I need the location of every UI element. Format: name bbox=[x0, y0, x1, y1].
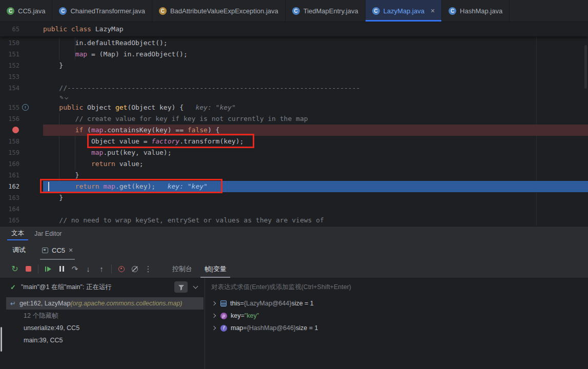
overrides-method-icon[interactable]: ↑ bbox=[22, 104, 29, 111]
code-line-164[interactable]: 164 bbox=[0, 203, 588, 215]
editor-scrollbar-thumb[interactable] bbox=[584, 45, 587, 89]
code-line-160[interactable]: 160 return value; bbox=[0, 158, 588, 170]
code-line-159[interactable]: 159 map.put(key, value); bbox=[0, 147, 588, 158]
frame-row-current[interactable]: ↵ get:162, LazyMap (org.apache.commons.c… bbox=[6, 297, 204, 310]
tab-lazymap-active[interactable]: C LazyMap.java × bbox=[366, 0, 442, 22]
code-segment: get bbox=[115, 104, 127, 111]
frame-row-unserialize[interactable]: unserialize:49, CC5 bbox=[6, 322, 204, 334]
frame-row-main[interactable]: main:39, CC5 bbox=[6, 334, 204, 346]
code-segment: key: "key" bbox=[188, 104, 236, 111]
line-number: 153 bbox=[0, 71, 19, 83]
evaluate-expression-input[interactable]: 对表达式求值(Enter)或添加监视(Ctrl+Shift+Enter) bbox=[205, 278, 588, 296]
step-into-icon[interactable]: ↓ bbox=[82, 260, 95, 278]
chevron-right-icon[interactable] bbox=[212, 326, 216, 330]
code-segment: (Object key) { bbox=[127, 104, 187, 111]
code-line-150[interactable]: 150 in.defaultReadObject(); bbox=[0, 37, 588, 49]
debug-panel-title: 调试 bbox=[0, 240, 26, 260]
gutter[interactable]: 152 bbox=[0, 60, 43, 71]
filter-frames-button[interactable] bbox=[174, 281, 188, 293]
thread-status-text: "main"@1 在组"main": 正在运行 bbox=[21, 283, 174, 292]
thread-selector[interactable]: ✓ "main"@1 在组"main": 正在运行 bbox=[0, 278, 205, 296]
tab-console[interactable]: 控制台 bbox=[166, 260, 198, 278]
gutter[interactable]: 151 bbox=[0, 49, 43, 60]
code-line-156[interactable]: 156 // create value for key if key is no… bbox=[0, 113, 588, 125]
gutter[interactable]: 161 bbox=[0, 170, 43, 181]
step-over-icon[interactable]: ↷ bbox=[68, 260, 82, 278]
code-segment: ) { bbox=[208, 126, 219, 134]
chevron-right-icon[interactable] bbox=[212, 314, 216, 318]
code-segment: .put(key, value); bbox=[103, 149, 171, 156]
code-line-154[interactable]: 154 //----------------------------------… bbox=[0, 83, 588, 94]
code-editor[interactable]: 150 in.defaultReadObject();151 map = (Ma… bbox=[0, 22, 588, 226]
code-line-163[interactable]: 163 } bbox=[0, 192, 588, 203]
chevron-right-icon[interactable] bbox=[212, 301, 216, 305]
code-segment: // no need to wrap keySet, entrySet or v… bbox=[43, 216, 324, 224]
pause-icon[interactable] bbox=[55, 260, 68, 278]
gutter[interactable]: 164 bbox=[0, 203, 43, 215]
variables-pane: 对表达式求值(Enter)或添加监视(Ctrl+Shift+Enter) thi… bbox=[205, 278, 588, 369]
variable-row-key[interactable]: p key = "key" bbox=[205, 310, 588, 322]
chevron-down-icon[interactable] bbox=[193, 284, 198, 289]
view-breakpoints-icon[interactable] bbox=[115, 260, 128, 278]
code-segment: false bbox=[188, 126, 208, 134]
gutter[interactable]: 165 bbox=[0, 215, 43, 226]
frame-location: main:39, CC5 bbox=[10, 337, 63, 344]
gutter[interactable]: 150 bbox=[0, 37, 43, 49]
sticky-header-line[interactable]: 65 public class LazyMap bbox=[0, 22, 588, 36]
resume-icon[interactable] bbox=[42, 260, 55, 278]
variable-row-this[interactable]: this = {LazyMap@644} size = 1 bbox=[205, 297, 588, 310]
stop-icon[interactable] bbox=[22, 260, 35, 278]
tab-badattributevalueexpexception[interactable]: C BadAttributeValueExpException.java bbox=[152, 0, 286, 22]
frames-pane: ✓ "main"@1 在组"main": 正在运行 ↵ get:162, Laz… bbox=[0, 278, 205, 369]
variable-row-map[interactable]: f map = {HashMap@646} size = 1 bbox=[205, 322, 588, 334]
tab-jar-editor[interactable]: Jar Editor bbox=[29, 227, 67, 240]
tab-chainedtransformer[interactable]: C ChainedTransformer.java bbox=[52, 0, 152, 22]
frame-location: get:162, LazyMap bbox=[19, 300, 70, 307]
frames-list: ↵ get:162, LazyMap (org.apache.commons.c… bbox=[0, 297, 205, 346]
tab-cc5[interactable]: C CC5.java bbox=[0, 0, 52, 22]
annotation-box-return-line bbox=[40, 179, 222, 193]
gutter[interactable]: 159 bbox=[0, 147, 43, 158]
tab-tiedmapentry[interactable]: C TiedMapEntry.java bbox=[286, 0, 366, 22]
class-icon: C bbox=[159, 7, 167, 15]
gutter[interactable]: 160 bbox=[0, 158, 43, 170]
step-out-icon[interactable]: ↑ bbox=[95, 260, 108, 278]
gutter[interactable]: 155↑ bbox=[0, 102, 43, 113]
gutter[interactable]: 153 bbox=[0, 71, 43, 83]
left-scrollbar-thumb[interactable] bbox=[1, 327, 2, 352]
gutter[interactable]: 158 bbox=[0, 136, 43, 147]
inline-hint-widget[interactable]: ✎ bbox=[59, 95, 68, 100]
close-icon[interactable]: × bbox=[431, 7, 435, 14]
gutter[interactable]: 162 bbox=[0, 181, 43, 192]
tab-label: ChainedTransformer.java bbox=[70, 7, 145, 15]
code-segment: = (Map) in.readObject(); bbox=[87, 50, 188, 58]
gutter[interactable]: 154 bbox=[0, 83, 43, 94]
frame-row-hidden-frames[interactable]: 12 个隐藏帧 bbox=[6, 310, 204, 322]
tab-text-view[interactable]: 文本 bbox=[6, 227, 29, 240]
code-segment bbox=[43, 149, 91, 156]
code-line-152[interactable]: 152 } bbox=[0, 60, 588, 71]
breakpoint-icon[interactable] bbox=[12, 127, 19, 133]
code-text bbox=[43, 203, 588, 215]
more-options-icon[interactable]: ⋮ bbox=[141, 260, 155, 278]
tab-hashmap[interactable]: C HashMap.java bbox=[442, 0, 510, 22]
code-segment: value; bbox=[115, 160, 144, 168]
debug-toolbar: ↻ ↷ ↓ ↑ ⋮ 控制台 帧|变量 bbox=[0, 260, 588, 278]
debug-session-tab[interactable]: CC5 × bbox=[38, 240, 77, 260]
mute-breakpoints-icon[interactable] bbox=[128, 260, 141, 278]
rerun-icon[interactable]: ↻ bbox=[8, 260, 22, 278]
tab-frames-variables[interactable]: 帧|变量 bbox=[198, 260, 232, 278]
gutter[interactable]: 163 bbox=[0, 192, 43, 203]
code-line-151[interactable]: 151 map = (Map) in.readObject(); bbox=[0, 49, 588, 60]
debug-toolwindow-header: 调试 CC5 × bbox=[0, 240, 588, 260]
code-line-153[interactable]: 153 bbox=[0, 71, 588, 83]
gutter-icon-area: ↑ bbox=[19, 102, 43, 113]
class-icon: C bbox=[59, 7, 67, 15]
code-line-155[interactable]: 155↑ public Object get(Object key) { key… bbox=[0, 102, 588, 113]
code-text: in.defaultReadObject(); bbox=[43, 37, 588, 49]
code-line-165[interactable]: 165 // no need to wrap keySet, entrySet … bbox=[0, 215, 588, 226]
close-icon[interactable]: × bbox=[69, 247, 73, 254]
code-text: } bbox=[43, 192, 588, 203]
gutter[interactable]: 156 bbox=[0, 113, 43, 125]
gutter[interactable] bbox=[0, 125, 43, 136]
